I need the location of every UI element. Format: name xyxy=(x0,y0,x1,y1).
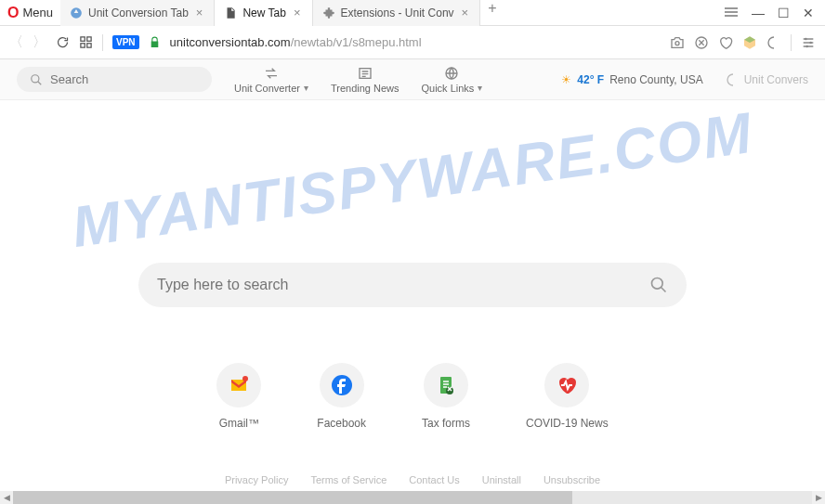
svg-point-4 xyxy=(675,41,679,45)
svg-point-6 xyxy=(805,37,807,40)
footer-privacy[interactable]: Privacy Policy xyxy=(225,474,288,485)
toolbar-search[interactable] xyxy=(17,67,212,92)
weather-temp: 42° F xyxy=(577,73,604,86)
scroll-right-icon[interactable]: ▶ xyxy=(812,493,825,502)
url-display[interactable]: unitconversiontab.com/newtab/v1/s8mepu.h… xyxy=(170,35,422,49)
addressbar: 〈 〉 VPN unitconversiontab.com/newtab/v1/… xyxy=(0,26,825,59)
tab-title: Extensions - Unit Conv xyxy=(341,6,454,19)
footer-contact[interactable]: Contact Us xyxy=(409,474,459,485)
toolbar-search-input[interactable] xyxy=(50,72,206,86)
footer-unsubscribe[interactable]: Unsubscribe xyxy=(543,474,600,485)
scroll-track[interactable] xyxy=(13,491,812,504)
quick-link-gmail[interactable]: Gmail™ xyxy=(216,363,261,430)
svg-point-9 xyxy=(32,74,39,82)
tab-extensions[interactable]: Extensions - Unit Conv × xyxy=(313,0,481,26)
trending-news-link[interactable]: Trending News xyxy=(331,66,399,94)
globe-icon xyxy=(443,66,460,81)
tab-title: New Tab xyxy=(242,6,285,19)
quick-link-label: COVID-19 News xyxy=(526,417,609,430)
menu-button[interactable]: O Menu xyxy=(0,5,60,21)
watermark: MYANTISPYWARE.COM xyxy=(0,87,825,272)
brand-text: Unit Convers xyxy=(744,73,808,86)
scroll-left-icon[interactable]: ◀ xyxy=(0,493,13,502)
vpn-badge[interactable]: VPN xyxy=(112,35,139,49)
footer-uninstall[interactable]: Uninstall xyxy=(482,474,521,485)
addressbar-actions xyxy=(670,34,816,51)
heart-icon[interactable] xyxy=(718,35,733,50)
forward-button[interactable]: 〉 xyxy=(33,33,46,51)
unit-converter-menu[interactable]: Unit Converter ▾ xyxy=(234,66,308,94)
svg-rect-3 xyxy=(87,44,91,47)
facebook-icon xyxy=(320,363,364,407)
quick-link-facebook[interactable]: Facebook xyxy=(317,363,366,430)
divider xyxy=(791,34,792,51)
chevron-down-icon: ▾ xyxy=(478,83,482,93)
footer-links: Privacy Policy Terms of Service Contact … xyxy=(225,474,600,485)
sidebar-icon[interactable] xyxy=(766,35,781,50)
search-icon xyxy=(30,73,43,86)
document-icon xyxy=(424,363,468,407)
svg-point-12 xyxy=(652,278,663,290)
tab-unit-conversion[interactable]: Unit Conversion Tab × xyxy=(60,0,215,26)
brand-label: Unit Convers xyxy=(726,72,808,87)
page-content: MYANTISPYWARE.COM Gmail™ Facebook Tax fo… xyxy=(0,100,825,491)
svg-rect-2 xyxy=(81,44,85,47)
new-tab-button[interactable]: + xyxy=(480,0,504,26)
sun-icon: ☀ xyxy=(561,73,571,86)
search-icon[interactable] xyxy=(649,276,668,294)
close-icon[interactable]: × xyxy=(292,6,303,19)
extension-cube-icon[interactable] xyxy=(742,35,757,50)
news-icon xyxy=(357,66,373,81)
quick-links-grid: Gmail™ Facebook Tax forms COVID-19 News xyxy=(216,363,608,430)
svg-point-13 xyxy=(242,376,248,381)
lock-icon[interactable] xyxy=(149,36,161,48)
converter-icon xyxy=(263,66,280,81)
document-icon xyxy=(224,6,237,19)
url-path: /newtab/v1/s8mepu.html xyxy=(291,35,422,49)
quick-link-label: Facebook xyxy=(317,417,366,430)
footer-terms[interactable]: Terms of Service xyxy=(310,474,386,485)
svg-rect-1 xyxy=(87,37,91,41)
minimize-icon[interactable]: — xyxy=(752,6,765,20)
chevron-down-icon: ▾ xyxy=(304,83,308,93)
divider xyxy=(102,34,103,51)
gmail-icon xyxy=(216,363,261,407)
tab-strip: Unit Conversion Tab × New Tab × Extensio… xyxy=(60,0,713,26)
quick-link-label: Tax forms xyxy=(422,417,470,430)
main-search-input[interactable] xyxy=(157,277,649,293)
weather-widget[interactable]: ☀ 42° F Reno County, USA xyxy=(561,73,702,86)
toolbar-item-label: Quick Links xyxy=(422,83,475,94)
toolbar-item-label: Trending News xyxy=(331,83,399,94)
quick-links-menu[interactable]: Quick Links ▾ xyxy=(422,66,483,94)
tab-favicon-icon xyxy=(70,6,83,19)
easy-setup-icon[interactable] xyxy=(724,6,739,20)
main-search[interactable] xyxy=(138,263,687,307)
svg-rect-0 xyxy=(81,37,85,41)
scroll-thumb[interactable] xyxy=(13,491,572,504)
reload-button[interactable] xyxy=(56,35,70,49)
adblock-icon[interactable] xyxy=(694,35,709,50)
weather-location: Reno County, USA xyxy=(609,73,703,86)
easy-setup-icon[interactable] xyxy=(801,35,816,50)
tab-title: Unit Conversion Tab xyxy=(88,6,189,19)
heart-pulse-icon xyxy=(544,363,589,407)
speed-dial-icon[interactable] xyxy=(79,35,93,49)
window-controls: — ☐ ✕ xyxy=(713,6,825,20)
url-domain: unitconversiontab.com xyxy=(170,35,291,49)
quick-link-covid-news[interactable]: COVID-19 News xyxy=(526,363,609,430)
maximize-icon[interactable]: ☐ xyxy=(778,6,790,20)
quick-link-tax-forms[interactable]: Tax forms xyxy=(422,363,470,430)
quick-link-label: Gmail™ xyxy=(219,417,259,430)
close-window-icon[interactable]: ✕ xyxy=(803,6,814,20)
back-button[interactable]: 〈 xyxy=(9,33,23,51)
svg-point-7 xyxy=(809,41,812,44)
toolbar-item-label: Unit Converter xyxy=(234,83,300,94)
svg-point-8 xyxy=(805,45,808,47)
titlebar: O Menu Unit Conversion Tab × New Tab × E… xyxy=(0,0,825,26)
horizontal-scrollbar[interactable]: ◀ ▶ xyxy=(0,491,825,504)
close-icon[interactable]: × xyxy=(194,6,205,19)
close-icon[interactable]: × xyxy=(460,6,471,19)
page-toolbar: Unit Converter ▾ Trending News Quick Lin… xyxy=(0,59,825,100)
tab-new-tab[interactable]: New Tab × xyxy=(215,0,312,26)
snapshot-icon[interactable] xyxy=(670,35,685,50)
